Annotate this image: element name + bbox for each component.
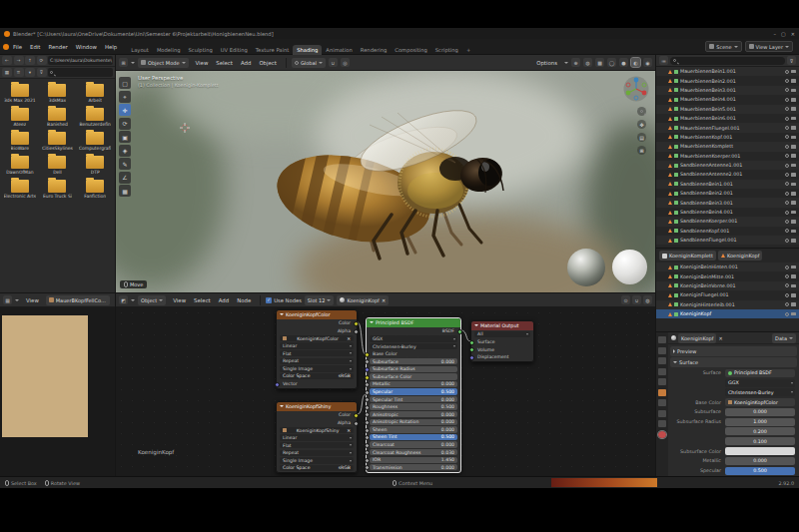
section-surface[interactable]: Surface [670,357,797,367]
section-preview[interactable]: Preview [670,346,797,356]
topbar-menu[interactable]: Render [44,44,71,50]
node-row[interactable]: Anisotropic Rotation0.000 [370,419,457,425]
tool-button[interactable]: ◈ [119,145,131,157]
outliner-item[interactable]: KoeniginHinterleib.001 [656,300,799,309]
outliner-item[interactable]: MauerbienenKopf.001 [656,133,799,142]
shader-editor-menu[interactable]: Select [190,297,215,303]
node-image-texture-shiny[interactable]: KoeniginKopfShiny ColorAlphaKoeniginKopf… [276,401,358,473]
render-visibility-icon[interactable] [791,201,796,205]
node-row[interactable]: Specular Tint0.000 [370,396,457,402]
node-row[interactable]: All [474,331,530,337]
tool-button[interactable]: ✎ [119,158,131,170]
visibility-icon[interactable] [785,173,789,177]
unlink-icon[interactable]: ✕ [718,335,722,341]
outliner-item[interactable]: SandbienenBein1.001 [656,180,799,189]
render-visibility-icon[interactable] [791,70,796,74]
image-selector[interactable]: MauerBKopfFellColor [46,295,110,305]
property-row[interactable]: 0.200 [670,427,795,436]
outliner-item[interactable]: KoeniginBeinHinten.001 [656,263,799,271]
snap-icon[interactable]: ∪ [632,295,641,304]
workspace-tab[interactable]: Compositing [391,45,431,55]
tab-render[interactable] [658,336,666,343]
render-visibility-icon[interactable] [791,293,796,297]
node-row[interactable]: Color [280,412,354,418]
property-row[interactable]: Christensen-Burley [670,388,795,397]
visibility-icon[interactable] [785,266,789,269]
node-row[interactable]: KoeniginKopfColor✕ [280,335,354,341]
folder-item[interactable]: BioWare [2,132,38,151]
shading-rendered-icon[interactable]: ◉ [643,58,652,67]
folder-item[interactable]: DTP [77,156,113,175]
visibility-icon[interactable] [785,126,789,130]
filter-icon[interactable]: ⊽ [787,56,796,65]
up-button[interactable]: ↑ [25,56,35,65]
node-row[interactable]: Volume [474,346,530,352]
outliner-item[interactable]: SandbienenKoerper.001 [656,217,799,226]
xray-icon[interactable]: ▩ [595,58,604,67]
render-visibility-icon[interactable] [791,145,796,149]
topbar-menu[interactable]: Window [72,44,101,50]
node-row[interactable]: GGX [370,335,457,341]
node-header[interactable]: Material Output [471,321,533,330]
scene-selector[interactable]: Scene [705,41,741,52]
folder-item[interactable]: 3dsMax [40,84,76,103]
node-row[interactable]: Roughness0.500 [370,403,457,409]
node-header[interactable]: KoeniginKopfColor [277,310,357,319]
workspace-tab[interactable]: Layout [127,45,153,55]
node-row[interactable]: Metallic0.000 [370,381,457,387]
render-visibility-icon[interactable] [791,117,796,121]
perspective-toggle-icon[interactable]: ⊞ [637,146,646,155]
visibility-icon[interactable] [785,211,789,215]
visibility-icon[interactable] [785,164,789,168]
tool-button[interactable]: ⌖ [119,91,131,103]
workspace-tab[interactable]: Modeling [153,45,185,55]
collapse-icon[interactable] [370,321,374,323]
node-row[interactable]: Alpha [280,327,354,333]
workspace-tab[interactable]: Shading [293,45,322,55]
node-row[interactable]: Color SpacesRGB [280,465,354,471]
overlay-icon[interactable]: ◍ [643,295,652,304]
folder-item[interactable]: Dell [40,156,76,175]
node-row[interactable]: Flat [280,350,354,356]
node-row[interactable]: Sheen0.000 [370,426,457,432]
shading-solid-icon[interactable]: ● [619,58,628,67]
visibility-icon[interactable] [785,70,789,74]
visibility-icon[interactable] [785,293,789,297]
node-image-texture-color[interactable]: KoeniginKopfColor ColorAlphaKoeniginKopf… [276,309,358,389]
property-row[interactable]: Subsurface 0.000 [670,408,795,417]
tab-material[interactable] [658,431,666,438]
tool-button[interactable]: ∠ [119,172,131,184]
property-row[interactable]: Specular 0.500 [670,466,795,475]
collapse-icon[interactable] [280,313,284,315]
shader-editor-menu[interactable]: Add [215,297,233,303]
refresh-button[interactable]: ⟳ [37,56,47,65]
tab-object[interactable] [658,389,666,396]
tool-button[interactable]: ✛ [119,104,131,116]
viewport-menu[interactable]: Add [237,60,255,66]
back-button[interactable]: ← [2,56,12,65]
tab-modifiers[interactable] [658,399,666,406]
node-row[interactable]: Flat [280,442,354,448]
collapse-icon[interactable] [280,405,284,407]
node-row[interactable]: Christensen-Burley [370,343,457,349]
render-visibility-icon[interactable] [791,164,796,168]
topbar-menu[interactable]: File [9,44,26,50]
topbar-menu[interactable]: Edit [26,44,44,50]
visibility-icon[interactable] [785,98,789,102]
node-row[interactable]: BSDF [370,328,457,334]
move-view-icon[interactable]: ✥ [637,120,646,129]
tab-view-layer[interactable] [658,357,666,364]
unlink-icon[interactable]: ✕ [382,297,386,303]
node-row[interactable]: Single Image [280,457,354,463]
topbar-menu[interactable]: Help [101,44,121,50]
display-thumbnails-button[interactable]: ▦ [2,68,12,77]
shader-editor-menu[interactable]: View [169,297,190,303]
viewport-3d[interactable]: ▢⌖✛⟳▣◈✎∠▦ User Perspective (1) Collectio… [116,71,655,292]
workspace-tab[interactable]: Animation [322,45,356,55]
view-menu[interactable]: View [22,297,43,303]
folder-item[interactable]: 3ds Max 2021 [2,84,38,103]
node-row[interactable]: Repeat [280,358,354,364]
transform-orientation[interactable]: Global [292,58,326,68]
visibility-icon[interactable] [785,79,789,83]
show-gizmo-icon[interactable]: ⊕ [571,58,580,67]
